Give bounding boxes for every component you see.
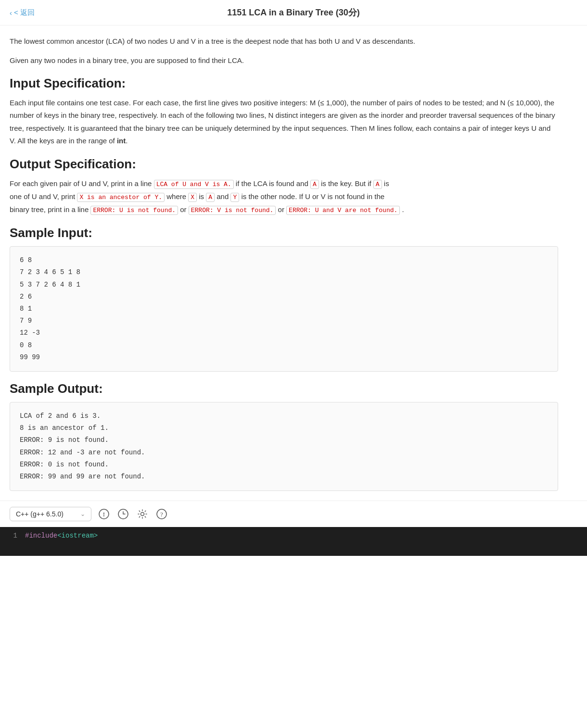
input-spec-body: Each input file contains one test case. … (10, 97, 558, 147)
language-select[interactable]: C++ (g++ 6.5.0) ⌄ (10, 507, 91, 521)
output-code-a3: A (206, 193, 215, 202)
sample-input-code: 6 8 7 2 3 4 6 5 1 8 5 3 7 2 6 4 8 1 2 6 … (10, 246, 558, 372)
back-icon: ‹ (10, 9, 12, 17)
history-button[interactable] (116, 507, 130, 521)
svg-point-3 (141, 513, 144, 516)
bold-int: int (117, 137, 126, 145)
output-code-err3: ERROR: U and V are not found. (286, 206, 400, 215)
main-content: The lowest common ancestor (LCA) of two … (0, 25, 568, 491)
output-code-err2: ERROR: V is not found. (189, 206, 276, 215)
bottom-toolbar: C++ (g++ 6.5.0) ⌄ ! ? (0, 501, 587, 527)
page-title: 1151 LCA in a Binary Tree (30分) (227, 7, 359, 18)
output-code-x: X (188, 193, 197, 202)
info-button[interactable]: ! (97, 507, 111, 521)
output-code-a1: A (310, 180, 319, 189)
back-button[interactable]: ‹ < 返回 (10, 8, 35, 17)
settings-button[interactable] (136, 507, 149, 521)
output-code-err1: ERROR: U is not found. (90, 206, 178, 215)
chevron-down-icon: ⌄ (80, 511, 85, 517)
svg-text:!: ! (103, 511, 105, 518)
line-numbers: 1 (8, 532, 17, 540)
problem-desc-1: The lowest common ancestor (LCA) of two … (10, 35, 558, 48)
code-line-1: #include<iostream> (25, 532, 579, 540)
output-spec-body: For each given pair of U and V, print in… (10, 177, 558, 216)
page-header: ‹ < 返回 1151 LCA in a Binary Tree (30分) (0, 0, 587, 25)
sample-output-title: Sample Output: (10, 381, 558, 396)
back-label: < 返回 (14, 8, 35, 17)
output-spec-title: Output Specification: (10, 157, 558, 172)
svg-text:?: ? (160, 511, 163, 518)
output-code-y: Y (230, 193, 239, 202)
sample-output-code: LCA of 2 and 6 is 3. 8 is an ancestor of… (10, 402, 558, 491)
help-button[interactable]: ? (155, 507, 168, 521)
code-editor[interactable]: 1 #include<iostream> (0, 527, 587, 556)
code-lines: #include<iostream> (25, 532, 579, 540)
output-code-a2: A (373, 180, 382, 189)
problem-desc-2: Given any two nodes in a binary tree, yo… (10, 54, 558, 67)
output-code-ancestor: X is an ancestor of Y. (77, 193, 165, 202)
output-code-lca: LCA of U and V is A. (154, 180, 234, 189)
language-label: C++ (g++ 6.5.0) (16, 510, 64, 518)
input-spec-title: Input Specification: (10, 76, 558, 91)
sample-input-title: Sample Input: (10, 226, 558, 240)
line-number-1: 1 (8, 532, 17, 540)
